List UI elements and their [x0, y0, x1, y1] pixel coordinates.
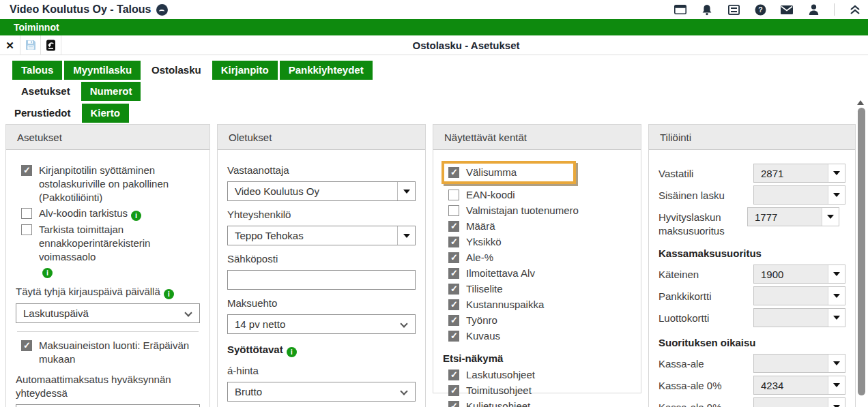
fill-date-select[interactable]: Laskutuspäivä	[16, 303, 200, 323]
dashboard-gauge-icon[interactable]	[156, 4, 168, 16]
tab-numerot[interactable]: Numerot	[81, 82, 141, 101]
chevron-down-icon	[184, 309, 192, 316]
kassa-ale-combo[interactable]	[753, 354, 845, 373]
checkbox-yksikko[interactable]	[448, 237, 459, 247]
notifications-bell-icon[interactable]	[701, 3, 713, 16]
dropdown-button[interactable]	[828, 398, 845, 407]
hyvityslaskun-combo[interactable]: 1777	[747, 207, 839, 226]
collapse-chevrons-icon[interactable]	[849, 3, 861, 16]
checkbox-row-kustannuspaikka: Kustannuspaikka	[448, 298, 631, 312]
caret-down-icon	[833, 272, 840, 276]
user-icon[interactable]	[807, 3, 820, 16]
checkbox-kuljetusohjeet[interactable]	[448, 401, 459, 407]
checkbox-ale-prosentti[interactable]	[448, 252, 459, 263]
icon-divider	[834, 3, 835, 16]
info-icon[interactable]	[287, 347, 297, 357]
checkbox-row-pakkotiliointi: Kirjanpitotilin syöttäminen ostolaskuriv…	[21, 164, 200, 205]
checkbox-row-kuvaus: Kuvaus	[448, 329, 631, 343]
actions-menubar: Toiminnot	[0, 19, 868, 35]
recipient-combo[interactable]: Video Koulutus Oy	[227, 181, 416, 201]
account-row-sisainen-lasku: Sisäinen lasku	[659, 185, 845, 205]
dropdown-button[interactable]	[397, 226, 415, 245]
info-icon[interactable]	[131, 211, 141, 221]
checkbox-tyonro[interactable]	[448, 315, 459, 326]
checkbox-row-tyonro: Työnro	[448, 314, 631, 327]
checkbox-ean-koodi[interactable]	[448, 190, 459, 200]
contact-combo[interactable]: Teppo Tehokas	[227, 226, 416, 245]
contact-label: Yhteyshenkilö	[227, 208, 416, 222]
dropdown-button[interactable]	[828, 186, 845, 204]
card-icon[interactable]	[727, 3, 740, 16]
dropdown-button[interactable]	[822, 208, 839, 226]
window-titlebar: Video Koulutus Oy - Talous ?	[0, 0, 868, 19]
dropdown-button[interactable]	[828, 376, 845, 394]
scrollbar-thumb[interactable]	[858, 108, 865, 395]
menu-toiminnot[interactable]: Toiminnot	[14, 22, 59, 33]
scrollbar-up-arrow[interactable]	[857, 100, 864, 105]
auto-payment-select[interactable]: Ei käytössä	[16, 404, 200, 407]
save-button[interactable]	[20, 35, 41, 55]
checkbox-ilmoitettava-alv[interactable]	[448, 268, 459, 279]
checkbox-pakkotiliointi[interactable]	[21, 165, 32, 176]
dropdown-button[interactable]	[828, 355, 845, 372]
dropdown-button[interactable]	[397, 182, 415, 200]
payment-term-select[interactable]: 14 pv netto	[227, 314, 416, 334]
chevron-down-icon	[400, 387, 407, 395]
checkbox-tarkista-toimittajan[interactable]	[21, 224, 32, 235]
panel-asetukset-title: Asetukset	[6, 125, 209, 150]
kassa-ale-9-combo[interactable]	[753, 397, 845, 407]
caret-down-icon	[833, 294, 840, 298]
tab-kirjanpito[interactable]: Kirjanpito	[212, 61, 278, 80]
account-row-kassa-ale: Kassa-ale	[659, 354, 845, 373]
dropdown-button[interactable]	[828, 287, 845, 305]
account-row-vastatili: Vastatili 2871	[659, 164, 845, 183]
panel-tiliointi: Tiliöinti Vastatili 2871 Sisäinen lasku …	[648, 124, 856, 407]
tab-pankkiyhteydet[interactable]: Pankkiyhteydet	[280, 61, 373, 80]
checkbox-maksuaineiston-luonti[interactable]	[21, 340, 32, 351]
dropdown-button[interactable]	[828, 265, 845, 283]
page-title: Ostolasku - Asetukset	[413, 35, 520, 55]
kateinen-combo[interactable]: 1900	[753, 265, 845, 284]
tab-asetukset[interactable]: Asetukset	[12, 82, 79, 101]
help-icon[interactable]: ?	[754, 3, 766, 16]
checkbox-alv-koodin-tarkistus[interactable]	[21, 208, 32, 219]
checkbox-valmistajan-tuotenumero[interactable]	[448, 205, 459, 216]
tab-talous[interactable]: Talous	[12, 61, 62, 80]
checkbox-laskutusohjeet[interactable]	[448, 370, 459, 380]
document-action-button[interactable]	[41, 35, 61, 55]
pankkikortti-combo[interactable]	[753, 286, 845, 305]
checkbox-row-maksuaineisto: Maksuaineiston luonti: Eräpäivän mukaan	[21, 339, 200, 366]
unit-price-select[interactable]: Brutto	[227, 382, 416, 402]
checkbox-tiliselite[interactable]	[448, 284, 459, 295]
payment-term-label: Maksuehto	[227, 297, 416, 310]
titlebar-icons: ?	[674, 0, 861, 19]
caret-down-icon	[403, 234, 410, 238]
info-icon[interactable]	[42, 268, 53, 278]
dropdown-button[interactable]	[828, 309, 845, 327]
checkbox-kustannuspaikka[interactable]	[448, 299, 459, 310]
sisainen-lasku-combo[interactable]	[753, 185, 845, 205]
luottokortti-combo[interactable]	[753, 308, 845, 327]
checkbox-row-tiliselite: Tiliselite	[448, 282, 631, 296]
email-field[interactable]	[227, 270, 416, 290]
account-row-kateinen: Käteinen 1900	[659, 265, 845, 284]
tab-myyntilasku[interactable]: Myyntilasku	[64, 61, 141, 80]
tab-perustiedot[interactable]: Perustiedot	[5, 104, 80, 123]
close-button[interactable]: ✕	[0, 35, 20, 55]
tab-kierto[interactable]: Kierto	[82, 104, 129, 123]
kassa-ale-0-combo[interactable]: 4234	[753, 376, 845, 395]
dropdown-button[interactable]	[828, 164, 845, 182]
caret-down-icon	[833, 171, 840, 175]
window-icon[interactable]	[674, 3, 686, 16]
info-icon[interactable]	[164, 289, 174, 299]
tab-ostolasku[interactable]: Ostolasku	[143, 61, 210, 80]
checkbox-row-ilmoitettava: Ilmoitettava Alv	[448, 267, 631, 280]
checkbox-kuvaus[interactable]	[448, 331, 459, 342]
vastatili-combo[interactable]: 2871	[753, 164, 845, 183]
svg-text:?: ?	[758, 5, 762, 14]
checkbox-toimitusohjeet[interactable]	[448, 385, 459, 396]
checkbox-maara[interactable]	[448, 221, 459, 232]
checkbox-valisumma[interactable]	[448, 167, 459, 178]
save-floppy-icon	[25, 40, 36, 50]
mail-icon[interactable]	[781, 3, 793, 16]
